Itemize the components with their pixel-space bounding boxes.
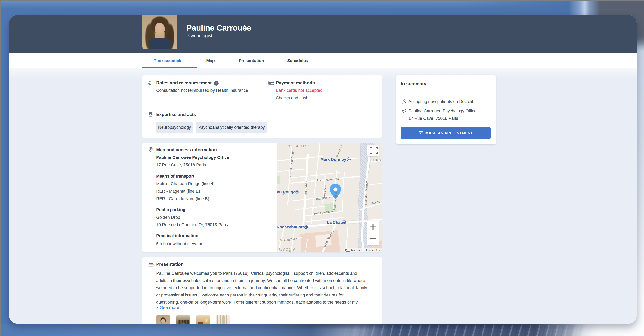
svg-text:M: M [348, 158, 350, 161]
svg-text:M: M [296, 191, 298, 194]
svg-text:Map data: Map data [351, 249, 362, 252]
svg-text:Marx Dormoy: Marx Dormoy [320, 157, 346, 162]
svg-text:Rochechouart: Rochechouart [276, 224, 304, 229]
svg-text:Terms of Use: Terms of Use [366, 249, 381, 252]
svg-text:au Rouge: au Rouge [277, 190, 296, 194]
svg-text:M: M [305, 226, 307, 228]
svg-text:Google: Google [279, 246, 296, 252]
svg-text:18E ARR.: 18E ARR. [285, 144, 308, 148]
